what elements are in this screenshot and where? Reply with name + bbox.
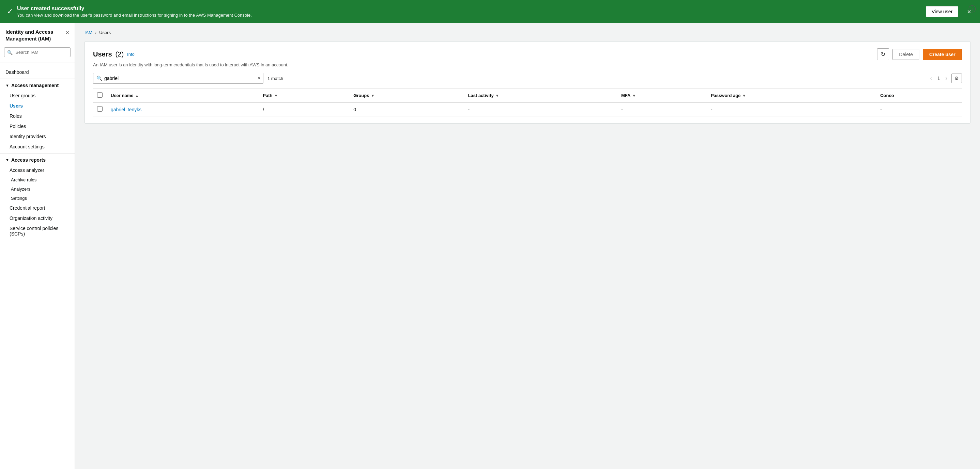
select-all-checkbox[interactable] [97, 92, 103, 98]
path-col-label: Path [263, 93, 272, 98]
password-age-col-label: Password age [711, 93, 740, 98]
sidebar-divider [0, 63, 75, 63]
card-title-count: (2) [116, 51, 124, 58]
sidebar-item-organization-activity[interactable]: Organization activity [0, 213, 75, 223]
table-header-console: Conso [876, 89, 962, 103]
breadcrumb-current: Users [99, 30, 111, 35]
table-row: gabriel_tenyks / 0 - - - - [93, 103, 962, 116]
sidebar-item-archive-rules[interactable]: Archive rules [0, 175, 75, 184]
sidebar-item-user-groups[interactable]: User groups [0, 90, 75, 101]
sidebar-item-access-analyzer[interactable]: Access analyzer [0, 165, 75, 175]
table-header-password-age[interactable]: Password age ▼ [707, 89, 876, 103]
row-last-activity-cell: - [464, 103, 617, 116]
table-header-checkbox-cell [93, 89, 107, 103]
content-area: IAM › Users Users (2) Info ↻ Delete Crea… [75, 23, 980, 469]
row-console-cell: - [876, 103, 962, 116]
sidebar-search-container: 🔍 [0, 44, 75, 61]
card-header-actions: ↻ Delete Create user [877, 48, 962, 60]
sidebar-item-policies[interactable]: Policies [0, 121, 75, 132]
table-header-path[interactable]: Path ▼ [259, 89, 349, 103]
refresh-button[interactable]: ↻ [877, 48, 889, 60]
sidebar-item-users[interactable]: Users [0, 101, 75, 111]
view-user-button[interactable]: View user [926, 6, 958, 17]
table-header-groups[interactable]: Groups ▼ [349, 89, 464, 103]
success-banner: ✓ User created successfully You can view… [0, 0, 980, 23]
sidebar-search-wrap: 🔍 [4, 47, 70, 57]
groups-sort-icon: ▼ [371, 93, 374, 98]
nav-divider-2 [0, 153, 75, 154]
sidebar-section-access-management[interactable]: ▼ Access management [0, 80, 75, 90]
console-col-label: Conso [880, 93, 894, 98]
table-header-last-activity[interactable]: Last activity ▼ [464, 89, 617, 103]
prev-page-button[interactable]: ‹ [928, 74, 934, 83]
row-groups-cell: 0 [349, 103, 464, 116]
sidebar-item-dashboard[interactable]: Dashboard [0, 67, 75, 77]
breadcrumb: IAM › Users [84, 30, 970, 35]
chevron-down-icon: ▼ [5, 83, 9, 87]
card-description: An IAM user is an identity with long-ter… [93, 62, 962, 67]
nav-divider-1 [0, 79, 75, 79]
sidebar-item-service-control-policies[interactable]: Service control policies (SCPs) [0, 223, 75, 239]
next-page-button[interactable]: › [943, 74, 949, 83]
sidebar-header: Identity and AccessManagement (IAM) × [0, 23, 75, 44]
sidebar-item-analyzers[interactable]: Analyzers [0, 184, 75, 194]
table-settings-button[interactable]: ⚙ [951, 73, 962, 83]
users-table: User name ▲ Path ▼ Group [93, 89, 962, 116]
last-activity-sort-icon: ▼ [495, 93, 499, 98]
card-title: Users [93, 51, 112, 58]
row-checkbox[interactable] [97, 106, 103, 112]
sidebar: Identity and AccessManagement (IAM) × 🔍 … [0, 23, 75, 469]
pagination-wrap: ‹ 1 › ⚙ [928, 73, 962, 83]
row-password-age-cell: - [707, 103, 876, 116]
mfa-sort-icon: ▼ [632, 93, 636, 98]
table-header-row: User name ▲ Path ▼ Group [93, 89, 962, 103]
page-number: 1 [936, 76, 942, 81]
sidebar-item-identity-providers[interactable]: Identity providers [0, 132, 75, 142]
breadcrumb-iam-link[interactable]: IAM [84, 30, 92, 35]
match-label: 1 match [267, 76, 283, 81]
filter-clear-button[interactable]: × [258, 76, 261, 81]
user-link[interactable]: gabriel_tenyks [111, 107, 142, 112]
row-path-cell: / [259, 103, 349, 116]
sidebar-section-access-reports[interactable]: ▼ Access reports [0, 155, 75, 165]
info-link[interactable]: Info [127, 52, 135, 57]
password-age-sort-icon: ▼ [742, 93, 746, 98]
path-sort-icon: ▼ [274, 93, 278, 98]
table-header-mfa[interactable]: MFA ▼ [617, 89, 707, 103]
filter-search-input[interactable] [93, 73, 263, 84]
sidebar-section-access-reports-label: Access reports [11, 157, 46, 163]
chevron-down-icon-2: ▼ [5, 158, 9, 162]
username-col-label: User name [111, 93, 133, 98]
groups-col-label: Groups [353, 93, 369, 98]
filter-row: 🔍 × 1 match ‹ 1 › ⚙ [93, 73, 962, 84]
success-icon: ✓ [7, 7, 13, 16]
banner-subtitle: You can view and download the user's pas… [17, 13, 922, 18]
sidebar-section-access-management-label: Access management [11, 83, 59, 88]
sidebar-item-roles[interactable]: Roles [0, 111, 75, 121]
mfa-col-label: MFA [621, 93, 630, 98]
delete-button[interactable]: Delete [892, 49, 919, 60]
card-title-wrap: Users (2) Info [93, 51, 135, 58]
username-sort-asc-icon: ▲ [135, 93, 139, 98]
row-checkbox-cell [93, 103, 107, 116]
breadcrumb-separator: › [95, 30, 96, 35]
sidebar-close-button[interactable]: × [65, 29, 69, 36]
sidebar-item-settings[interactable]: Settings [0, 194, 75, 203]
banner-title: User created successfully [17, 5, 922, 11]
filter-search-wrap: 🔍 × [93, 73, 263, 84]
row-mfa-cell: - [617, 103, 707, 116]
users-card: Users (2) Info ↻ Delete Create user An I… [84, 41, 970, 124]
corner-info-icon[interactable]: ⓘ [969, 4, 976, 14]
sidebar-search-input[interactable] [4, 47, 70, 57]
card-header: Users (2) Info ↻ Delete Create user [93, 48, 962, 60]
sidebar-item-credential-report[interactable]: Credential report [0, 203, 75, 213]
create-user-button[interactable]: Create user [923, 49, 962, 60]
table-header-username[interactable]: User name ▲ [107, 89, 259, 103]
sidebar-title: Identity and AccessManagement (IAM) [5, 29, 53, 42]
last-activity-col-label: Last activity [468, 93, 494, 98]
main-layout: Identity and AccessManagement (IAM) × 🔍 … [0, 23, 980, 469]
banner-content: User created successfully You can view a… [17, 5, 922, 18]
sidebar-item-account-settings[interactable]: Account settings [0, 142, 75, 152]
row-username-cell: gabriel_tenyks [107, 103, 259, 116]
sidebar-nav: Dashboard ▼ Access management User group… [0, 64, 75, 469]
